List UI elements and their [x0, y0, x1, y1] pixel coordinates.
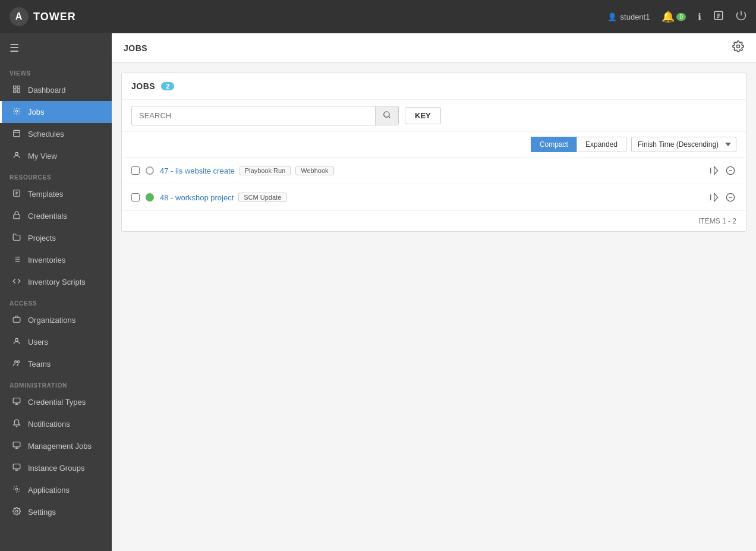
- svg-point-40: [384, 112, 389, 117]
- user-menu[interactable]: 👤 student1: [607, 12, 650, 21]
- notifications-sidebar-icon: [11, 419, 22, 429]
- job-name-link-1[interactable]: 47 - iis website create Playbook Run Web…: [160, 166, 702, 175]
- projects-icon: [11, 233, 22, 243]
- brand-logo: A: [10, 7, 29, 26]
- search-input[interactable]: [132, 107, 375, 124]
- projects-label: Projects: [28, 234, 56, 243]
- jobs-toolbar: KEY: [122, 100, 746, 132]
- svg-rect-32: [13, 442, 20, 447]
- sidebar-item-my-view[interactable]: My View: [0, 145, 112, 167]
- jobs-count-badge: 2: [161, 82, 174, 90]
- sidebar-item-credential-types[interactable]: Credential Types: [0, 391, 112, 413]
- svg-marker-42: [714, 166, 718, 174]
- sidebar-item-templates[interactable]: Templates: [0, 183, 112, 205]
- jobs-panel-header: JOBS 2: [122, 73, 746, 100]
- main-content: JOBS JOBS 2 KEY: [112, 33, 756, 551]
- table-row: 48 - workshop project SCM Update: [122, 184, 746, 210]
- notifications-btn[interactable]: 🔔 0: [662, 10, 686, 23]
- sidebar-item-credentials[interactable]: Credentials: [0, 205, 112, 227]
- power-icon: [736, 10, 746, 23]
- dashboard-label: Dashboard: [28, 86, 66, 95]
- info-icon: ℹ: [698, 11, 701, 23]
- sidebar-item-users[interactable]: Users: [0, 331, 112, 353]
- sidebar-item-inventory-scripts[interactable]: Inventory Scripts: [0, 271, 112, 293]
- jobs-footer: ITEMS 1 - 2: [122, 210, 746, 231]
- job-delete-btn-2[interactable]: [724, 191, 736, 203]
- jobs-label: Jobs: [28, 108, 44, 117]
- jobs-panel: JOBS 2 KEY Compact Expanded Finish Time …: [121, 73, 746, 232]
- settings-label: Settings: [28, 508, 56, 517]
- hamburger-btn[interactable]: ☰: [0, 33, 112, 63]
- items-count: ITEMS 1 - 2: [698, 217, 736, 225]
- svg-point-8: [15, 110, 18, 112]
- organizations-icon: [11, 315, 22, 325]
- compact-view-btn[interactable]: Compact: [531, 137, 577, 152]
- inventories-label: Inventories: [28, 256, 66, 265]
- svg-rect-5: [17, 86, 20, 89]
- credential-types-label: Credential Types: [28, 398, 86, 407]
- sidebar-item-dashboard[interactable]: Dashboard: [0, 79, 112, 101]
- sidebar-item-management-jobs[interactable]: Management Jobs: [0, 435, 112, 457]
- sidebar-item-notifications[interactable]: Notifications: [0, 413, 112, 435]
- info-btn[interactable]: ℹ: [698, 11, 701, 23]
- svg-rect-7: [17, 90, 20, 92]
- sidebar-item-instance-groups[interactable]: Instance Groups: [0, 457, 112, 479]
- sidebar-item-teams[interactable]: Teams: [0, 353, 112, 375]
- sidebar-item-organizations[interactable]: Organizations: [0, 309, 112, 331]
- view-controls: Compact Expanded Finish Time (Descending…: [122, 132, 746, 158]
- svg-rect-4: [14, 86, 16, 89]
- credential-types-icon: [11, 397, 22, 407]
- job-row-checkbox-2[interactable]: [131, 193, 140, 201]
- bell-icon: 🔔: [662, 10, 675, 23]
- jobs-icon: [11, 107, 22, 117]
- job-name-link-2[interactable]: 48 - workshop project SCM Update: [160, 193, 702, 202]
- top-nav: A TOWER 👤 student1 🔔 0 ℹ: [0, 0, 756, 33]
- job-relaunch-btn-2[interactable]: [708, 191, 720, 203]
- user-icon: 👤: [607, 12, 617, 21]
- job-tag-scm: SCM Update: [238, 193, 286, 202]
- inventory-scripts-label: Inventory Scripts: [28, 278, 86, 286]
- sidebar-item-projects[interactable]: Projects: [0, 227, 112, 249]
- teams-icon: [11, 359, 22, 369]
- content-settings-icon[interactable]: [732, 40, 744, 55]
- sort-select[interactable]: Finish Time (Descending) Finish Time (As…: [631, 137, 736, 152]
- dashboard-icon: [11, 85, 22, 95]
- table-row: 47 - iis website create Playbook Run Web…: [122, 158, 746, 184]
- svg-point-28: [17, 361, 20, 363]
- docs-btn[interactable]: [713, 10, 724, 23]
- admin-section-label: ADMINISTRATION: [0, 375, 112, 391]
- jobs-panel-title: JOBS: [131, 81, 155, 91]
- svg-rect-18: [14, 215, 20, 218]
- brand-title: TOWER: [33, 11, 76, 23]
- views-section-label: VIEWS: [0, 63, 112, 79]
- job-row-checkbox-1[interactable]: [131, 166, 140, 175]
- search-button[interactable]: [375, 106, 398, 125]
- key-button[interactable]: KEY: [405, 107, 441, 124]
- sidebar-item-schedules[interactable]: Schedules: [0, 123, 112, 145]
- brand: A TOWER: [10, 7, 607, 26]
- svg-rect-35: [13, 464, 20, 469]
- sidebar: ☰ VIEWS Dashboard Jobs Schedules My View: [0, 33, 112, 551]
- sidebar-item-applications[interactable]: Applications: [0, 479, 112, 501]
- sidebar-item-inventories[interactable]: Inventories: [0, 249, 112, 271]
- docs-icon: [713, 10, 724, 23]
- job-relaunch-btn-1[interactable]: [708, 165, 720, 177]
- svg-point-27: [15, 361, 17, 363]
- management-jobs-icon: [11, 441, 22, 451]
- sidebar-item-jobs[interactable]: Jobs: [0, 101, 112, 123]
- teams-label: Teams: [28, 360, 51, 369]
- job-tag-playbook: Playbook Run: [240, 166, 291, 175]
- search-wrapper: [131, 106, 399, 125]
- inventory-scripts-icon: [11, 277, 22, 287]
- job-delete-btn-1[interactable]: [724, 165, 736, 177]
- expanded-view-btn[interactable]: Expanded: [577, 137, 626, 152]
- credentials-label: Credentials: [28, 212, 67, 221]
- svg-point-26: [15, 338, 18, 341]
- svg-point-13: [15, 152, 18, 155]
- sidebar-item-settings[interactable]: Settings: [0, 501, 112, 523]
- top-nav-right: 👤 student1 🔔 0 ℹ: [607, 10, 746, 23]
- job-actions-2: [708, 191, 736, 203]
- svg-marker-46: [714, 193, 718, 201]
- access-section-label: ACCESS: [0, 293, 112, 309]
- power-btn[interactable]: [736, 10, 746, 23]
